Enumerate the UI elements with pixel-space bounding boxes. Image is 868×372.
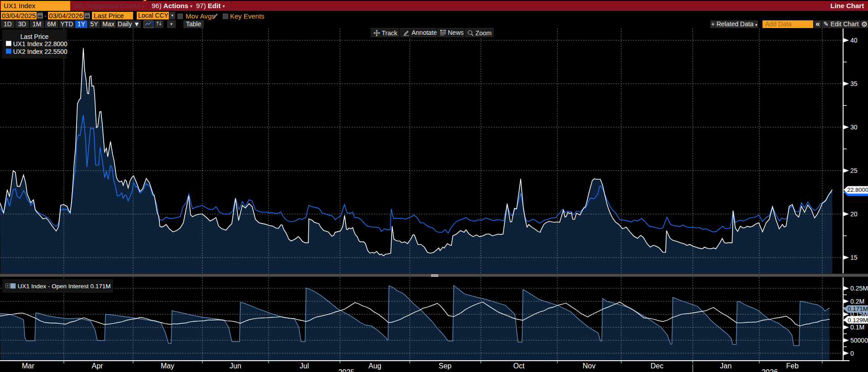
svg-text:Apr: Apr [92,362,104,370]
svg-text:Jan: Jan [720,362,732,370]
svg-text:50000: 50000 [850,337,868,344]
svg-text:0: 0 [850,350,854,357]
svg-text:0.1M: 0.1M [850,324,864,331]
svg-text:Dec: Dec [651,362,663,370]
svg-text:2026: 2026 [762,368,778,372]
svg-text:UX1 Index 22.8000: UX1 Index 22.8000 [13,40,67,48]
svg-text:Oct: Oct [513,362,525,370]
svg-text:15: 15 [850,254,858,261]
svg-text:2025: 2025 [338,368,355,372]
svg-text:0.25M: 0.25M [850,285,868,292]
svg-text:20: 20 [850,210,858,218]
svg-text:Feb: Feb [786,362,799,370]
svg-text:Nov: Nov [583,362,595,370]
svg-text:UX1 Index - Open Interest 0.17: UX1 Index - Open Interest 0.171M [18,283,111,290]
svg-text:0.129M: 0.129M [848,317,868,324]
svg-text:UX2 Index 22.5500: UX2 Index 22.5500 [13,48,67,55]
svg-text:25: 25 [850,167,858,174]
svg-text:35: 35 [850,80,858,87]
svg-text:Jul: Jul [300,362,309,370]
svg-text:Mar: Mar [22,362,34,370]
svg-text:0.2M: 0.2M [850,298,864,305]
svg-text:Last Price: Last Price [20,33,48,40]
svg-text:40: 40 [850,37,858,44]
svg-text:Sep: Sep [439,362,452,370]
svg-text:22.8000: 22.8000 [847,186,868,193]
svg-text:Aug: Aug [369,362,381,370]
svg-text:Jun: Jun [230,362,241,370]
svg-text:0.171M: 0.171M [848,305,868,312]
svg-text:30: 30 [850,124,858,131]
svg-text:May: May [161,362,174,370]
